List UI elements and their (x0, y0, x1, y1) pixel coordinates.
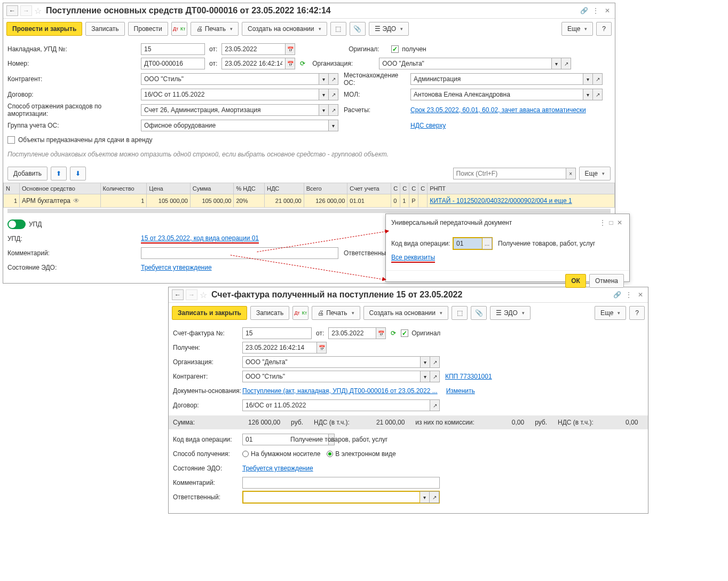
all-props-link[interactable]: Все реквизиты (391, 254, 435, 263)
star-icon[interactable]: ☆ (200, 290, 207, 300)
radio-electronic[interactable] (327, 451, 333, 457)
edo-button[interactable]: ☰ ЭДО (490, 306, 531, 320)
received-checkbox[interactable]: ✓ (391, 45, 399, 53)
edo-state-link[interactable]: Требуется утверждение (141, 264, 212, 271)
help-button[interactable]: ? (596, 22, 612, 36)
org-input[interactable] (242, 356, 421, 368)
close-icon[interactable]: ✕ (636, 290, 645, 299)
calc-link[interactable]: Срок 23.05.2022, 60.01, 60.02, зачет ава… (410, 106, 586, 114)
create-based-button[interactable]: Создать на основании (242, 22, 327, 36)
help-button[interactable]: ? (629, 306, 645, 320)
close-icon[interactable]: ✕ (615, 218, 624, 227)
number-input[interactable] (141, 58, 205, 69)
dropdown-icon[interactable]: ▾ (552, 58, 561, 69)
write-button[interactable]: Записать (250, 306, 289, 320)
sf-no-input[interactable] (242, 327, 312, 339)
link-icon[interactable]: 🔗 (613, 290, 621, 299)
structure-button[interactable]: ⬚ (330, 22, 346, 36)
sf-date-input[interactable] (328, 327, 376, 339)
invoice-no-input[interactable] (141, 43, 205, 55)
forward-button[interactable]: → (186, 289, 197, 300)
upd-toggle[interactable] (7, 219, 26, 229)
contract-input[interactable] (242, 399, 430, 411)
org-input[interactable] (379, 58, 552, 69)
open-icon[interactable]: ↗ (561, 58, 571, 69)
invoice-date-input[interactable] (221, 43, 286, 55)
change-link[interactable]: Изменить (446, 387, 475, 395)
structure-button[interactable]: ⬚ (452, 306, 468, 320)
maximize-icon[interactable]: □ (607, 218, 615, 227)
dtdt-button[interactable]: ДтКт (292, 306, 308, 320)
number-date-input[interactable] (221, 58, 286, 69)
rnpt-link[interactable]: КИТАЙ - 10125020/040322/0000902/004 и ещ… (430, 197, 572, 205)
docs-label: Документы-основания: (173, 387, 242, 395)
received-label: Получен: (173, 344, 242, 351)
vat-link[interactable]: НДС сверху (410, 122, 446, 129)
calendar-icon[interactable]: 📅 (286, 58, 295, 69)
star-icon[interactable]: ☆ (34, 6, 42, 16)
refresh-icon[interactable]: ⟳ (298, 59, 307, 68)
group-input[interactable] (141, 120, 329, 131)
kpp-link[interactable]: КПП 773301001 (445, 373, 492, 380)
refresh-icon[interactable]: ⟳ (389, 329, 398, 337)
ok-button[interactable]: ОК (565, 274, 586, 288)
more-button[interactable]: Еще (561, 22, 593, 36)
comment-input[interactable] (141, 247, 338, 259)
group-label: Группа учета ОС: (7, 122, 141, 129)
dtdt-button[interactable]: ДтКт (171, 22, 187, 36)
edo-state-label: Состояние ЭДО: (7, 264, 141, 271)
more-button[interactable]: Еще (595, 306, 626, 320)
create-based-button[interactable]: Создать на основании (363, 306, 449, 320)
docs-link[interactable]: Поступление (акт, накладная, УПД) ДТ00-0… (242, 387, 438, 395)
calendar-icon[interactable]: 📅 (376, 327, 386, 339)
table-row[interactable]: 1АРМ бухгалтера 👁1105 000,00105 000,0020… (4, 194, 615, 208)
edo-button[interactable]: ☰ ЭДО (369, 22, 409, 36)
location-input[interactable] (410, 73, 583, 85)
link-icon[interactable]: 🔗 (580, 6, 588, 15)
contractor-input[interactable] (141, 73, 319, 85)
edo-state-link[interactable]: Требуется утверждение (242, 465, 313, 472)
post-close-button[interactable]: Провести и закрыть (6, 22, 82, 36)
search-input[interactable] (453, 168, 566, 179)
print-button[interactable]: 🖨 Печать (312, 306, 360, 320)
calendar-icon[interactable]: 📅 (286, 43, 295, 55)
add-button[interactable]: Добавить (7, 167, 48, 180)
move-down-button[interactable]: ⬇ (70, 167, 86, 180)
back-button[interactable]: ← (6, 5, 18, 16)
menu-icon[interactable]: ⋮ (591, 6, 600, 15)
comment-label: Комментарий: (173, 479, 242, 486)
contract-input[interactable] (141, 89, 319, 100)
radio-paper[interactable] (242, 451, 249, 457)
post-button[interactable]: Провести (128, 22, 168, 36)
amort-input[interactable] (141, 104, 319, 116)
eye-icon: 👁 (72, 197, 81, 205)
more-table-button[interactable]: Еще (579, 167, 611, 180)
back-button[interactable]: ← (172, 289, 184, 300)
op-code-desc: Получение товаров, работ, услуг (290, 436, 387, 443)
select-icon[interactable]: … (482, 238, 492, 249)
menu-icon[interactable]: ⋮ (598, 218, 607, 227)
comment-input[interactable] (242, 477, 440, 489)
code-label: Код вида операции: (391, 240, 453, 247)
received-input[interactable] (242, 342, 317, 354)
cancel-button[interactable]: Отмена (589, 274, 624, 288)
rent-checkbox[interactable] (7, 136, 15, 144)
calendar-icon[interactable]: 📅 (317, 342, 327, 354)
mol-input[interactable] (410, 89, 583, 100)
code-input[interactable] (453, 238, 482, 249)
move-up-button[interactable]: ⬆ (51, 167, 67, 180)
contractor-input[interactable] (242, 371, 421, 382)
save-close-button[interactable]: Записать и закрыть (172, 306, 247, 320)
forward-button[interactable]: → (20, 5, 32, 16)
attach-button[interactable]: 📎 (471, 306, 487, 320)
upd-link[interactable]: 15 от 23.05.2022, код вида операции 01 (141, 234, 259, 244)
attach-button[interactable]: 📎 (350, 22, 366, 36)
clear-icon[interactable]: × (566, 168, 576, 179)
print-button[interactable]: 🖨 Печать (191, 22, 239, 36)
responsible-input[interactable] (243, 491, 420, 503)
original-checkbox[interactable]: ✓ (401, 329, 408, 337)
write-button[interactable]: Записать (85, 22, 124, 36)
close-icon[interactable]: ✕ (603, 6, 612, 15)
menu-icon[interactable]: ⋮ (624, 290, 633, 299)
window-title: Поступление основных средств ДТ00-000016… (46, 6, 577, 15)
